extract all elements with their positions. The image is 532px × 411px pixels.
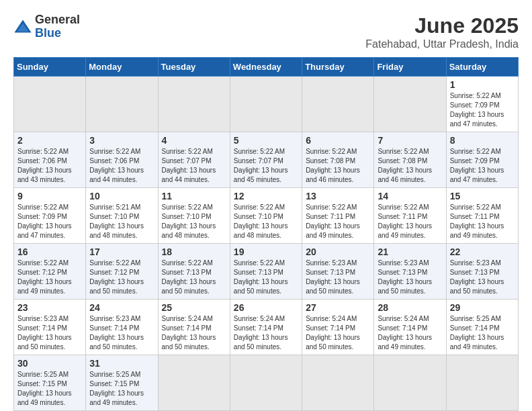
cell-info: Sunrise: 5:23 AMSunset: 7:13 PMDaylight:… xyxy=(306,259,360,295)
calendar-header: Sunday Monday Tuesday Wednesday Thursday… xyxy=(14,58,519,77)
logo: General Blue xyxy=(13,13,80,40)
cell-info: Sunrise: 5:23 AMSunset: 7:14 PMDaylight:… xyxy=(89,315,144,351)
day-number: 25 xyxy=(162,302,226,313)
table-row xyxy=(302,77,374,132)
table-row: 6 Sunrise: 5:22 AMSunset: 7:08 PMDayligh… xyxy=(302,132,374,188)
col-wednesday: Wednesday xyxy=(230,58,302,77)
table-row: 17 Sunrise: 5:22 AMSunset: 7:12 PMDaylig… xyxy=(86,244,158,300)
day-number: 4 xyxy=(162,135,226,146)
cell-info: Sunrise: 5:22 AMSunset: 7:09 PMDaylight:… xyxy=(450,92,504,128)
day-number: 17 xyxy=(89,246,154,257)
day-number: 19 xyxy=(234,246,298,257)
day-number: 16 xyxy=(17,246,82,257)
col-friday: Friday xyxy=(374,58,446,77)
calendar-row: 23 Sunrise: 5:23 AMSunset: 7:14 PMDaylig… xyxy=(14,300,519,355)
logo-text: General Blue xyxy=(35,13,80,40)
calendar-body: 1 Sunrise: 5:22 AMSunset: 7:09 PMDayligh… xyxy=(14,77,519,411)
day-number: 30 xyxy=(17,358,82,369)
cell-info: Sunrise: 5:24 AMSunset: 7:14 PMDaylight:… xyxy=(162,315,216,351)
cell-info: Sunrise: 5:21 AMSunset: 7:10 PMDaylight:… xyxy=(89,203,144,239)
day-number: 22 xyxy=(450,246,515,257)
cell-info: Sunrise: 5:22 AMSunset: 7:09 PMDaylight:… xyxy=(450,148,504,183)
day-number: 15 xyxy=(450,191,515,201)
cell-info: Sunrise: 5:22 AMSunset: 7:11 PMDaylight:… xyxy=(378,203,432,239)
table-row xyxy=(374,355,446,411)
day-number: 14 xyxy=(378,191,442,201)
col-monday: Monday xyxy=(86,58,158,77)
calendar-row: 30 Sunrise: 5:25 AMSunset: 7:15 PMDaylig… xyxy=(14,355,519,411)
cell-info: Sunrise: 5:22 AMSunset: 7:12 PMDaylight:… xyxy=(17,259,72,295)
day-number: 27 xyxy=(306,302,370,313)
table-row: 18 Sunrise: 5:22 AMSunset: 7:13 PMDaylig… xyxy=(158,244,230,300)
table-row: 26 Sunrise: 5:24 AMSunset: 7:14 PMDaylig… xyxy=(230,300,302,355)
cell-info: Sunrise: 5:22 AMSunset: 7:08 PMDaylight:… xyxy=(378,148,432,183)
day-number: 7 xyxy=(378,135,442,146)
month-title: June 2025 xyxy=(365,13,519,38)
calendar-table: Sunday Monday Tuesday Wednesday Thursday… xyxy=(13,57,519,411)
table-row: 1 Sunrise: 5:22 AMSunset: 7:09 PMDayligh… xyxy=(446,77,518,132)
day-number: 6 xyxy=(306,135,370,146)
table-row: 25 Sunrise: 5:24 AMSunset: 7:14 PMDaylig… xyxy=(158,300,230,355)
location-title: Fatehabad, Uttar Pradesh, India xyxy=(365,38,519,50)
table-row: 20 Sunrise: 5:23 AMSunset: 7:13 PMDaylig… xyxy=(302,244,374,300)
cell-info: Sunrise: 5:23 AMSunset: 7:14 PMDaylight:… xyxy=(17,315,72,351)
cell-info: Sunrise: 5:24 AMSunset: 7:14 PMDaylight:… xyxy=(234,315,288,351)
cell-info: Sunrise: 5:24 AMSunset: 7:14 PMDaylight:… xyxy=(306,315,360,351)
day-number: 11 xyxy=(162,191,226,201)
day-number: 12 xyxy=(234,191,298,201)
table-row: 12 Sunrise: 5:22 AMSunset: 7:10 PMDaylig… xyxy=(230,188,302,244)
cell-info: Sunrise: 5:22 AMSunset: 7:09 PMDaylight:… xyxy=(17,203,72,239)
table-row xyxy=(302,355,374,411)
day-number: 18 xyxy=(162,246,226,257)
table-row: 11 Sunrise: 5:22 AMSunset: 7:10 PMDaylig… xyxy=(158,188,230,244)
table-row: 14 Sunrise: 5:22 AMSunset: 7:11 PMDaylig… xyxy=(374,188,446,244)
cell-info: Sunrise: 5:22 AMSunset: 7:13 PMDaylight:… xyxy=(234,259,288,295)
table-row: 23 Sunrise: 5:23 AMSunset: 7:14 PMDaylig… xyxy=(14,300,86,355)
table-row xyxy=(446,355,518,411)
table-row: 2 Sunrise: 5:22 AMSunset: 7:06 PMDayligh… xyxy=(14,132,86,188)
calendar-row: 1 Sunrise: 5:22 AMSunset: 7:09 PMDayligh… xyxy=(14,77,519,132)
day-number: 8 xyxy=(450,135,515,146)
day-number: 24 xyxy=(89,302,154,313)
cell-info: Sunrise: 5:22 AMSunset: 7:10 PMDaylight:… xyxy=(162,203,216,239)
cell-info: Sunrise: 5:22 AMSunset: 7:13 PMDaylight:… xyxy=(162,259,216,295)
logo-blue: Blue xyxy=(35,27,80,40)
table-row xyxy=(158,77,230,132)
calendar-row: 16 Sunrise: 5:22 AMSunset: 7:12 PMDaylig… xyxy=(14,244,519,300)
table-row: 28 Sunrise: 5:24 AMSunset: 7:14 PMDaylig… xyxy=(374,300,446,355)
cell-info: Sunrise: 5:22 AMSunset: 7:07 PMDaylight:… xyxy=(162,148,216,183)
table-row: 19 Sunrise: 5:22 AMSunset: 7:13 PMDaylig… xyxy=(230,244,302,300)
day-number: 28 xyxy=(378,302,442,313)
cell-info: Sunrise: 5:22 AMSunset: 7:11 PMDaylight:… xyxy=(306,203,360,239)
cell-info: Sunrise: 5:22 AMSunset: 7:11 PMDaylight:… xyxy=(450,203,504,239)
table-row: 10 Sunrise: 5:21 AMSunset: 7:10 PMDaylig… xyxy=(86,188,158,244)
table-row: 30 Sunrise: 5:25 AMSunset: 7:15 PMDaylig… xyxy=(14,355,86,411)
cell-info: Sunrise: 5:23 AMSunset: 7:13 PMDaylight:… xyxy=(378,259,432,295)
page-header: General Blue June 2025 Fatehabad, Uttar … xyxy=(13,13,519,50)
table-row: 29 Sunrise: 5:25 AMSunset: 7:14 PMDaylig… xyxy=(446,300,518,355)
title-area: June 2025 Fatehabad, Uttar Pradesh, Indi… xyxy=(365,13,519,50)
logo-icon xyxy=(13,17,32,36)
cell-info: Sunrise: 5:24 AMSunset: 7:14 PMDaylight:… xyxy=(378,315,432,351)
day-number: 5 xyxy=(234,135,298,146)
table-row: 8 Sunrise: 5:22 AMSunset: 7:09 PMDayligh… xyxy=(446,132,518,188)
table-row xyxy=(86,77,158,132)
table-row xyxy=(14,77,86,132)
day-number: 1 xyxy=(450,79,515,90)
cell-info: Sunrise: 5:22 AMSunset: 7:07 PMDaylight:… xyxy=(234,148,288,183)
table-row: 3 Sunrise: 5:22 AMSunset: 7:06 PMDayligh… xyxy=(86,132,158,188)
table-row: 31 Sunrise: 5:25 AMSunset: 7:15 PMDaylig… xyxy=(86,355,158,411)
cell-info: Sunrise: 5:25 AMSunset: 7:15 PMDaylight:… xyxy=(89,371,144,406)
table-row: 21 Sunrise: 5:23 AMSunset: 7:13 PMDaylig… xyxy=(374,244,446,300)
day-number: 13 xyxy=(306,191,370,201)
table-row: 5 Sunrise: 5:22 AMSunset: 7:07 PMDayligh… xyxy=(230,132,302,188)
col-sunday: Sunday xyxy=(14,58,86,77)
table-row: 9 Sunrise: 5:22 AMSunset: 7:09 PMDayligh… xyxy=(14,188,86,244)
day-number: 26 xyxy=(234,302,298,313)
calendar-row: 9 Sunrise: 5:22 AMSunset: 7:09 PMDayligh… xyxy=(14,188,519,244)
cell-info: Sunrise: 5:25 AMSunset: 7:15 PMDaylight:… xyxy=(17,371,72,406)
table-row: 15 Sunrise: 5:22 AMSunset: 7:11 PMDaylig… xyxy=(446,188,518,244)
table-row xyxy=(374,77,446,132)
day-number: 21 xyxy=(378,246,442,257)
table-row: 7 Sunrise: 5:22 AMSunset: 7:08 PMDayligh… xyxy=(374,132,446,188)
